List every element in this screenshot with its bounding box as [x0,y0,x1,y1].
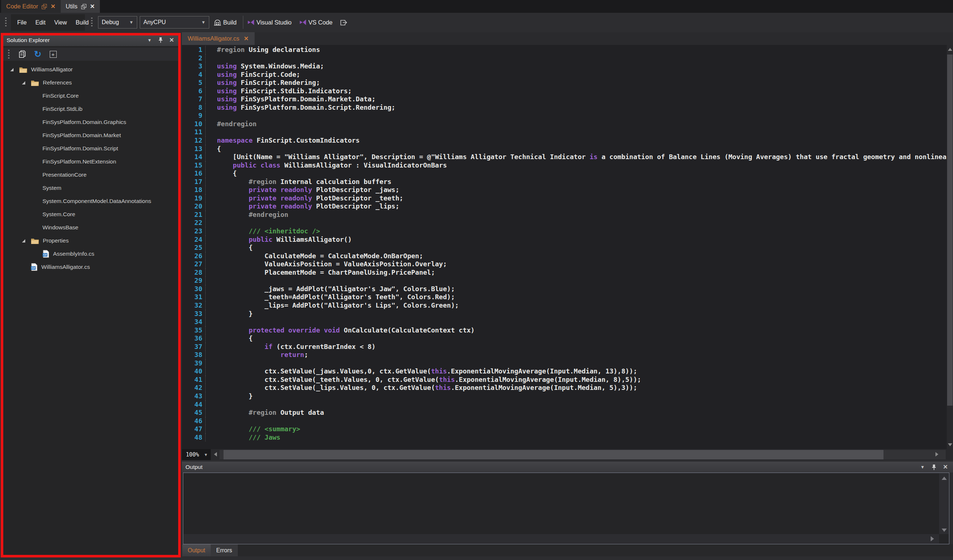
configuration-select[interactable]: Debug ▼ [98,16,137,28]
code-line[interactable]: 34 [182,318,947,326]
tree-item-finsysplatform-netextension[interactable]: FinSysPlatform.NetExtension [3,155,178,168]
code-line[interactable]: 26 CalculateMode = CalculateMode.OnBarOp… [182,252,947,261]
code-line[interactable]: 44 [182,400,947,409]
tree-item-williamsalligator[interactable]: WilliamsAlligator [3,63,178,76]
refresh-icon[interactable]: ↻ [33,50,42,59]
close-icon[interactable]: ✕ [90,4,95,9]
code-line[interactable]: 45 #region Output data [182,409,947,417]
tree-item-system[interactable]: System [3,181,178,195]
chevron-down-icon[interactable]: ▼ [920,465,925,470]
code-line[interactable]: 42 ctx.SetValue(_lips.Values, 0, ctx.Get… [182,384,947,392]
close-icon[interactable]: ✕ [169,37,174,43]
output-panel-header[interactable]: Output ▼ ✕ [182,462,953,473]
tree-item-references[interactable]: References [3,76,178,89]
toolbar-grip-icon[interactable] [8,50,9,59]
visual-studio-button[interactable]: Visual Studio [247,16,292,28]
close-icon[interactable]: ✕ [50,4,55,9]
platform-select[interactable]: AnyCPU ▼ [140,16,209,28]
code-line[interactable]: 16 { [182,169,947,178]
code-line[interactable]: 46 [182,417,947,425]
code-line[interactable]: 28 PlacementMode = ChartPanelUsing.Price… [182,268,947,277]
tree-item-properties[interactable]: Properties [3,234,178,247]
code-line[interactable]: 29 [182,276,947,285]
code-line[interactable]: 41 ctx.SetValue(_teeth.Values, 0, ctx.Ge… [182,375,947,384]
scroll-down-icon[interactable] [948,443,952,446]
tree-item-finsysplatform-domain-market[interactable]: FinSysPlatform.Domain.Market [3,129,178,142]
code-line[interactable]: 40 ctx.SetValue(_jaws.Values,0, ctx.GetV… [182,367,947,375]
code-line[interactable]: 8using FinSysPlatform.Domain.Script.Rend… [182,104,947,112]
code-line[interactable]: 36 { [182,334,947,343]
code-line[interactable]: 43 } [182,392,947,400]
copy-icon[interactable] [17,50,27,59]
code-line[interactable]: 19 private readonly PlotDescriptor _teet… [182,194,947,203]
solution-explorer-header[interactable]: Solution Explorer ▼ ✕ [3,34,178,46]
tree-item-finscript-stdlib[interactable]: FinScript.StdLib [3,102,178,116]
code-line[interactable]: 23 /// <inheritdoc /> [182,227,947,236]
toolbar-grip-icon[interactable] [91,17,93,28]
code-line[interactable]: 20 private readonly PlotDescriptor _lips… [182,202,947,211]
pin-icon[interactable] [931,464,936,470]
code-line[interactable]: 25 { [182,244,947,252]
add-icon[interactable]: + [48,50,58,59]
expanded-arrow-icon[interactable] [22,81,31,84]
build-button[interactable]: Build [214,16,237,28]
output-console[interactable] [183,473,949,544]
tree-item-system-componentmodel-dataannotations[interactable]: System.ComponentModel.DataAnnotations [3,195,178,208]
expanded-arrow-icon[interactable] [22,239,31,242]
code-line[interactable]: 11 [182,128,947,137]
code-line[interactable]: 39 [182,359,947,368]
code-line[interactable]: 3using System.Windows.Media; [182,62,947,71]
tree-item-assemblyinfo-cs[interactable]: C#AssemblyInfo.cs [3,247,178,261]
code-line[interactable]: 24 public WilliamsAlligator() [182,236,947,244]
menu-item-view[interactable]: View [51,18,69,28]
open-external-button[interactable] [340,16,348,28]
close-icon[interactable]: ✕ [943,464,948,470]
scrollbar-thumb[interactable] [224,450,883,459]
vscode-button[interactable]: VS Code [299,16,332,28]
code-line[interactable]: 27 ValueAxisPosition = ValueAxisPosition… [182,260,947,268]
scroll-up-icon[interactable] [942,476,947,480]
scroll-left-icon[interactable] [214,452,217,456]
close-icon[interactable]: ✕ [244,36,248,42]
window-tab-utils[interactable]: Utils✕ [61,0,100,13]
menu-item-build[interactable]: Build [73,18,92,28]
code-line[interactable]: 22 [182,219,947,227]
code-line[interactable]: 31 _teeth=AddPlot("Alligator's Teeth", C… [182,293,947,301]
editor-vertical-scrollbar[interactable] [947,45,953,449]
tree-item-williamsalligator-cs[interactable]: C#WilliamsAlligator.cs [3,261,178,274]
editor-tab-williamsalligator[interactable]: WilliamsAlligator.cs ✕ [182,32,255,45]
scroll-down-icon[interactable] [942,529,947,532]
code-line[interactable]: 38 return; [182,351,947,359]
code-line[interactable]: 2 [182,54,947,62]
output-tab-output[interactable]: Output [182,544,211,556]
tree-item-finsysplatform-domain-script[interactable]: FinSysPlatform.Domain.Script [3,142,178,155]
pin-icon[interactable] [158,37,163,43]
code-line[interactable]: 9 [182,112,947,120]
tree-item-finscript-core[interactable]: FinScript.Core [3,89,178,102]
expanded-arrow-icon[interactable] [10,68,19,71]
code-line[interactable]: 1#region Using declarations [182,46,947,54]
editor-horizontal-scrollbar[interactable] [219,450,946,459]
scroll-right-icon[interactable] [931,536,934,541]
float-window-icon[interactable] [81,4,86,9]
code-line[interactable]: 14 [Unit(Name = "Williams Alligator", De… [182,153,947,161]
tree-item-presentationcore[interactable]: PresentationCore [3,168,178,181]
tree-item-finsysplatform-domain-graphics[interactable]: FinSysPlatform.Domain.Graphics [3,116,178,129]
editor-zoom-select[interactable]: 100% ▼ [182,449,211,460]
float-window-icon[interactable] [42,4,47,9]
code-line[interactable]: 12namespace FinScript.CustomIndicators [182,137,947,145]
code-line[interactable]: 47 /// <summary> [182,425,947,433]
toolbar-grip-icon[interactable] [5,17,6,28]
code-line[interactable]: 7using FinSysPlatform.Domain.Market.Data… [182,95,947,104]
code-line[interactable]: 37 if (ctx.CurrentBarIndex < 8) [182,343,947,351]
code-line[interactable]: 5using FinScript.Rendering; [182,79,947,87]
code-line[interactable]: 15 public class WilliamsAlligator : Visu… [182,161,947,170]
output-horizontal-scrollbar[interactable] [184,534,939,543]
scrollbar-thumb[interactable] [947,54,953,406]
chevron-down-icon[interactable]: ▼ [147,38,152,43]
scroll-up-icon[interactable] [948,48,952,51]
menu-item-file[interactable]: File [15,18,29,28]
output-vertical-scrollbar[interactable] [939,473,948,534]
code-line[interactable]: 6using FinScript.StdLib.Indicators; [182,87,947,95]
code-line[interactable]: 17 #region Internal calculation buffers [182,178,947,186]
